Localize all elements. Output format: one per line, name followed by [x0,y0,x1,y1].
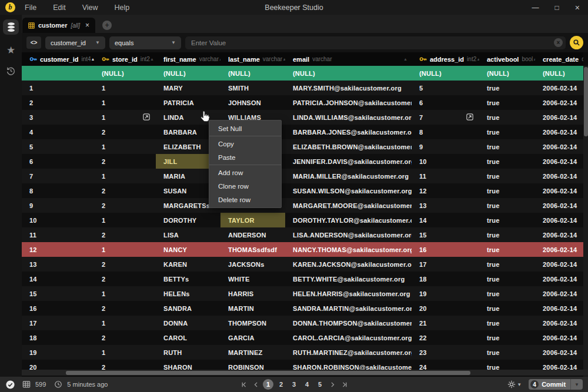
table-cell[interactable]: 10 [22,213,94,227]
table-cell[interactable]: ANDERSON [220,227,285,242]
table-cell[interactable]: ELIZABETH.BROWN@sakilacustomer.org [285,139,412,154]
table-cell[interactable]: DONNA.THOMPSON@sakilacustomer.org [285,316,412,330]
table-cell[interactable]: 10 [412,154,479,169]
filter-value-input[interactable] [185,36,566,49]
table-cell[interactable]: 2006-02-14 [535,316,583,330]
table-cell[interactable]: true [479,227,535,242]
table-cell[interactable]: LISA.ANDERSON@sakilacustomer.org [285,227,412,242]
table-cell[interactable]: (NULL) [285,66,412,81]
table-cell[interactable]: LINDA.WILLIAMS@sakilacustomer.org [285,110,412,125]
table-cell[interactable]: 2006-02-14 [535,257,583,272]
table-cell[interactable]: 1 [94,213,156,227]
table-cell[interactable]: 2006-02-14 [535,345,583,360]
expand-cell-icon[interactable] [143,113,150,120]
table-cell[interactable]: 2 [94,198,156,213]
table-cell[interactable]: 2006-02-14 [535,198,583,213]
table-cell[interactable]: true [479,286,535,301]
table-cell[interactable]: THOMPSON [220,316,285,330]
table-cell[interactable]: TAYLOR [220,213,285,227]
table-cell[interactable]: 2 [94,330,156,345]
table-cell[interactable]: 11 [22,227,94,242]
table-cell[interactable]: PATRICIA [156,95,220,110]
page-5[interactable]: 5 [315,379,325,390]
table-cell[interactable]: 1 [94,242,156,257]
table-cell[interactable]: 18 [22,330,94,345]
table-cell[interactable]: 12 [412,183,479,198]
table-cell[interactable]: 2 [94,301,156,316]
commit-button[interactable]: 4 Commit ▼ [529,379,583,390]
table-cell[interactable]: 2 [94,154,156,169]
table-cell[interactable]: NANCY.THOMAS@sakilacustomer.org [285,242,412,257]
table-cell[interactable]: 1 [94,169,156,183]
table-cell[interactable]: MARTINEZ [220,345,285,360]
table-cell[interactable]: GARCIA [220,330,285,345]
table-cell[interactable]: true [479,242,535,257]
table-cell[interactable]: true [479,95,535,110]
menu-view[interactable]: View [82,4,98,12]
table-cell[interactable]: 15 [22,286,94,301]
table-cell[interactable]: 19 [412,286,479,301]
sidebar-item-tables[interactable] [3,19,19,35]
table-cell[interactable]: (NULL) [412,66,479,81]
table-cell[interactable]: 1 [94,139,156,154]
table-cell[interactable]: 8 [412,125,479,139]
table-cell[interactable]: 2006-02-14 [535,154,583,169]
context-menu-item-clone-row[interactable]: Clone row [209,179,281,193]
table-cell[interactable]: 2006-02-14 [535,286,583,301]
table-cell[interactable]: BETTYs [156,272,220,286]
table-cell[interactable]: DONNA [156,316,220,330]
table-cell[interactable]: 2006-02-14 [535,242,583,257]
table-cell[interactable]: 21 [412,316,479,330]
table-cell[interactable]: 2006-02-14 [535,213,583,227]
close-button[interactable]: × [575,4,580,12]
table-cell[interactable]: 2 [22,95,94,110]
table-cell[interactable]: HARRIS [220,286,285,301]
filter-field-select[interactable]: customer_id ▼ [45,36,105,49]
table-cell[interactable]: 1 [94,345,156,360]
table-cell[interactable]: 2 [94,125,156,139]
table-cell[interactable]: LISA [156,227,220,242]
table-cell[interactable]: MARIA.MILLER@sakilacustomer.org [285,169,412,183]
column-header-email[interactable]: emailvarchar▲ [285,52,412,66]
prev-page-button[interactable] [251,380,260,389]
table-cell[interactable]: true [479,316,535,330]
table-cell[interactable]: 2006-02-14 [535,95,583,110]
table-cell[interactable]: DOROTHY.TAYLOR@sakilacustomer.org [285,213,412,227]
table-cell[interactable]: true [479,183,535,198]
table-cell[interactable] [22,66,94,81]
maximize-button[interactable]: □ [555,4,559,11]
horizontal-scrollbar-thumb[interactable] [66,371,470,375]
table-cell[interactable]: 4 [22,125,94,139]
sidebar-item-history[interactable] [6,66,16,78]
table-cell[interactable]: 2006-02-14 [535,81,583,95]
table-cell[interactable]: 2006-02-14 [535,330,583,345]
table-cell[interactable]: RUTH.MARTINEZ@sakilacustomer.org [285,345,412,360]
table-cell[interactable]: 1 [22,81,94,95]
table-cell[interactable]: 14 [412,213,479,227]
tab-close-icon[interactable]: × [85,21,89,29]
last-page-button[interactable] [339,380,349,389]
table-cell[interactable]: 11 [412,169,479,183]
table-cell[interactable]: 12 [22,242,94,257]
table-cell[interactable]: JENNIFER.DAVIS@sakilacustomer.org [285,154,412,169]
table-cell[interactable]: KAREN.JACKSON@sakilacustomer.org [285,257,412,272]
table-cell[interactable]: THOMASsdfsdf [220,242,285,257]
sort-arrow-icon[interactable]: ▲ [150,57,154,61]
table-cell[interactable]: 1 [94,81,156,95]
clear-filter-icon[interactable]: × [554,38,563,47]
table-cell[interactable]: CAROL.GARCIA@sakilacustomer.org [285,330,412,345]
table-cell[interactable]: 13 [412,198,479,213]
table-cell[interactable]: 6 [412,95,479,110]
table-cell[interactable]: 2006-02-14 [535,139,583,154]
table-cell[interactable]: true [479,110,535,125]
menu-file[interactable]: File [25,4,36,12]
table-cell[interactable]: BETTY.WHITE@sakilacustomer.org [285,272,412,286]
table-cell[interactable]: 2006-02-14 [535,272,583,286]
search-button[interactable] [570,36,583,49]
table-cell[interactable]: 7 [412,110,479,125]
table-cell[interactable]: PATRICIA.JOHNSON@sakilacustomer.org [285,95,412,110]
table-cell[interactable]: SANDRA [156,301,220,316]
table-cell[interactable]: HELENs [156,286,220,301]
table-cell[interactable]: JACKSONs [220,257,285,272]
table-cell[interactable]: MARGARET.MOORE@sakilacustomer.org [285,198,412,213]
